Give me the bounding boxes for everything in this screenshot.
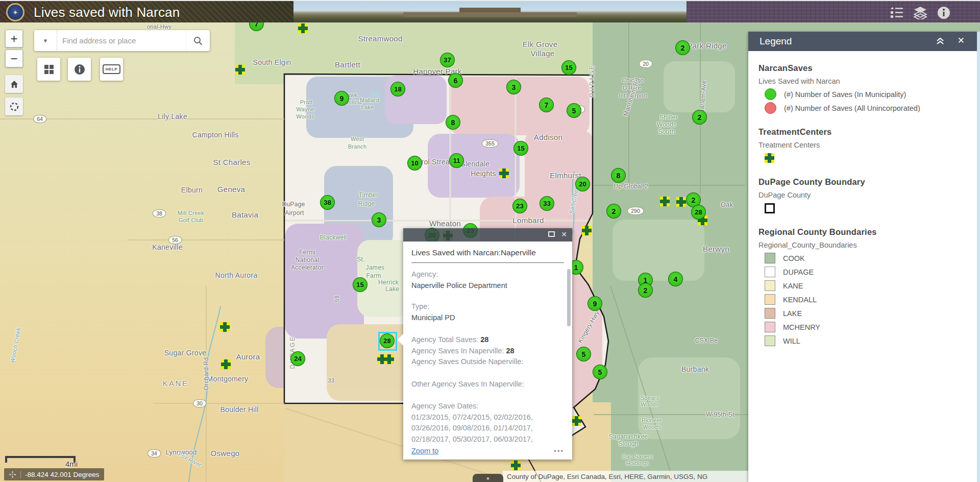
saves-marker[interactable]: 5 — [593, 365, 607, 379]
legend-circle-symbol — [765, 102, 776, 114]
legend-layer-name: Lives Saved with Narcan — [758, 77, 967, 85]
feature-popup: ✕ Lives Saved with Narcan:Naperville Age… — [403, 228, 572, 460]
legend-section-heading: Regional County Boundaries — [758, 227, 967, 237]
popup-scrollbar[interactable] — [567, 269, 571, 326]
saves-marker[interactable]: 10 — [407, 156, 422, 171]
legend-section: DuPage County BoundaryDuPage County — [758, 177, 967, 214]
legend-item-label: KANE — [783, 282, 803, 290]
saves-marker[interactable]: 8 — [446, 115, 460, 130]
map-attribution: County of DuPage, Esri Canada, Esri, HER… — [503, 471, 748, 482]
legend-item-label: WILL — [783, 337, 800, 345]
legend-swatch — [765, 267, 775, 277]
legend-close-icon[interactable]: ✕ — [958, 35, 965, 46]
agency-label: Agency: — [411, 269, 564, 280]
saves-marker[interactable]: 37 — [440, 53, 455, 67]
basemap-gallery-button[interactable] — [37, 58, 60, 81]
save-dates-label: Agency Save Dates: — [411, 401, 564, 412]
app-header: ✦ Lives saved with Narcan — [0, 0, 980, 22]
legend-circle-symbol — [765, 88, 776, 100]
legend-layer-name: DuPage County — [758, 191, 967, 199]
saves-marker[interactable]: 24 — [290, 351, 305, 366]
zoom-out-button[interactable]: − — [5, 50, 23, 67]
other-saves-row: Other Agency Saves In Naperville: — [411, 379, 564, 390]
type-label: Type: — [411, 301, 564, 312]
legend-item: KENDALL — [765, 294, 967, 305]
layers-icon[interactable] — [913, 6, 928, 19]
legend-titlebar: Legend ✕ — [748, 32, 977, 51]
saves-marker[interactable]: 11 — [449, 153, 464, 168]
popup-titlebar[interactable]: ✕ — [403, 228, 572, 242]
saves-marker[interactable]: 15 — [513, 141, 528, 156]
saves-marker[interactable]: 2 — [675, 40, 690, 55]
saves-marker[interactable]: 28 — [691, 205, 706, 220]
legend-swatch — [765, 308, 775, 319]
locate-icon — [9, 102, 19, 112]
saves-marker[interactable]: 18 — [390, 82, 405, 97]
saves-marker[interactable]: 38 — [320, 195, 335, 210]
legend-outline-symbol — [765, 203, 775, 213]
legend-item-label: LAKE — [783, 309, 802, 318]
legend-item: (#) Number of Saves (In Municipality) — [765, 88, 967, 100]
legend-swatch — [765, 335, 775, 346]
saves-marker[interactable]: 3 — [372, 212, 386, 227]
search-source-dropdown[interactable]: ▾ — [34, 30, 57, 51]
saves-marker[interactable]: 5 — [576, 347, 591, 362]
legend-section: NarcanSavesLives Saved with Narcan(#) Nu… — [758, 63, 967, 114]
collapse-icon[interactable] — [935, 36, 945, 45]
home-button[interactable] — [5, 75, 23, 93]
saves-marker[interactable]: 3 — [506, 80, 521, 94]
popup-more-actions[interactable]: ••• — [554, 447, 564, 455]
saves-marker[interactable]: 15 — [561, 60, 576, 75]
saves-marker[interactable]: 33 — [540, 196, 554, 211]
saves-marker[interactable]: 7 — [539, 98, 554, 112]
saves-marker[interactable]: 9 — [587, 296, 602, 311]
saves-marker[interactable]: 2 — [638, 283, 653, 298]
zoom-to-link[interactable]: Zoom to — [411, 447, 438, 455]
legend-item: LAKE — [765, 307, 967, 319]
locate-button[interactable] — [5, 98, 23, 115]
popup-close-icon[interactable]: ✕ — [561, 230, 567, 238]
legend-item: MCHENRY — [765, 321, 967, 333]
legend-swatch — [765, 294, 775, 305]
legend-item-label: COOK — [783, 254, 805, 262]
legend-cross-symbol — [765, 153, 774, 163]
saves-marker[interactable]: 4 — [668, 272, 683, 286]
legend-swatch — [765, 253, 775, 263]
coordinate-widget: -88.424 42.001 Degrees — [4, 468, 104, 480]
type-value: Municipal PD — [411, 312, 564, 324]
legend-item-label: (#) Number of Saves (In Municipality) — [784, 90, 906, 99]
crosshair-icon[interactable] — [9, 471, 21, 478]
panel-scrollbar-track[interactable] — [977, 32, 980, 482]
home-icon — [10, 80, 19, 89]
legend-panel: Legend ✕ NarcanSavesLives Saved with Nar… — [748, 32, 977, 482]
saves-marker[interactable]: 6 — [448, 73, 463, 88]
saves-marker[interactable]: 20 — [575, 177, 590, 191]
about-button[interactable] — [68, 58, 91, 81]
saves-marker[interactable]: 8 — [611, 168, 626, 183]
help-key-icon: HELP — [103, 64, 120, 74]
saves-marker[interactable]: 2 — [692, 110, 707, 125]
saves-marker[interactable]: 15 — [353, 277, 368, 292]
search-input[interactable] — [57, 30, 186, 51]
legend-title: Legend — [760, 36, 792, 47]
header-banner-photo — [293, 1, 687, 22]
saves-marker[interactable]: 23 — [512, 199, 527, 213]
saves-marker[interactable]: 2 — [606, 204, 621, 219]
header-info-icon[interactable] — [936, 6, 951, 19]
legend-item: WILL — [765, 335, 967, 347]
legend-section: TreatmentCentersTreatment Centers — [758, 127, 967, 164]
saves-marker[interactable]: 9 — [334, 91, 349, 106]
legend-layer-name: Treatment Centers — [758, 141, 967, 149]
zoom-in-button[interactable]: + — [5, 30, 23, 47]
attribution-toggle-tab[interactable]: ▲ — [473, 474, 503, 482]
saves-marker[interactable]: 5 — [567, 103, 581, 118]
help-button[interactable]: HELP — [100, 58, 123, 81]
legend-toggle-icon[interactable] — [889, 6, 904, 19]
popup-maximize-icon[interactable] — [548, 231, 555, 237]
popup-body: Lives Saved with Narcan:Naperville Agenc… — [403, 242, 572, 460]
search-button[interactable] — [186, 30, 210, 51]
legend-swatch — [765, 280, 775, 291]
saves-outside-row: Agency Saves Outside Naperville: — [411, 356, 564, 368]
legend-item-label: MCHENRY — [783, 323, 820, 331]
legend-item — [765, 202, 967, 214]
